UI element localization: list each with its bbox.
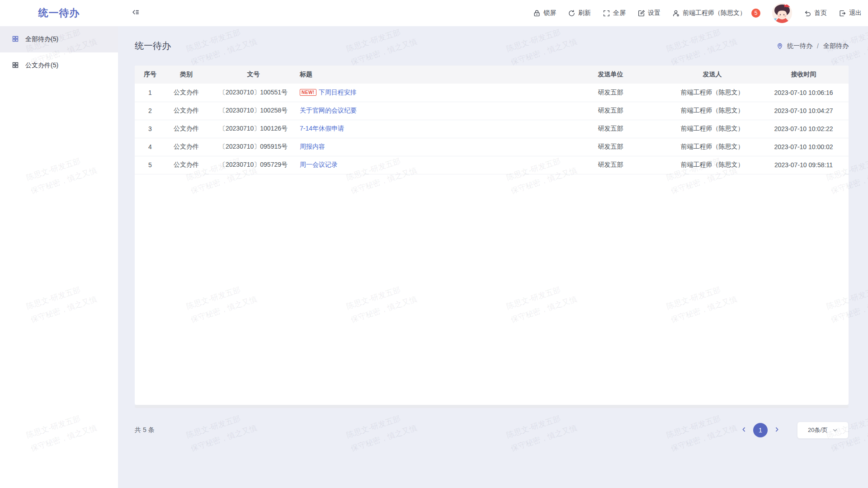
todo-table: 序号 类别 文号 标题 发送单位 发送人 接收时间 1 公文办件 〔202307…: [135, 66, 849, 174]
table-row: 4 公文办件 〔20230710〕095915号 周报内容 研发五部 前端工程师…: [135, 138, 849, 156]
todo-table-card: 序号 类别 文号 标题 发送单位 发送人 接收时间 1 公文办件 〔202307…: [135, 66, 849, 405]
todo-title-link[interactable]: 周一会议记录: [300, 161, 338, 168]
next-page-button[interactable]: [774, 426, 780, 434]
grid-icon: [12, 35, 19, 44]
sidebar: 全部待办(5) 公文办件(5): [0, 26, 118, 488]
cell-unit: 研发五部: [555, 102, 666, 120]
todo-title-link[interactable]: 关于官网的会议纪要: [300, 107, 357, 114]
current-user[interactable]: 前端工程师（陈思文）: [672, 9, 746, 17]
cell-doc-no: 〔20230710〕095729号: [207, 156, 300, 174]
cell-unit: 研发五部: [555, 138, 666, 156]
cell-time: 2023-07-10 10:06:16: [759, 84, 849, 102]
todo-count-badge: 5: [751, 9, 760, 18]
lock-icon: [533, 9, 541, 17]
logout-icon: [839, 9, 846, 17]
col-header-doc-no: 文号: [207, 66, 300, 84]
cell-category: 公文办件: [165, 84, 207, 102]
cell-title: 7-14年休假申请: [300, 120, 555, 138]
cell-index: 5: [135, 156, 165, 174]
page-number-button[interactable]: 1: [753, 423, 768, 437]
breadcrumb: 统一待办 / 全部待办: [776, 42, 849, 50]
cell-time: 2023-07-10 10:00:02: [759, 138, 849, 156]
breadcrumb-separator: /: [817, 42, 819, 50]
chevron-right-icon: [774, 426, 780, 434]
user-avatar[interactable]: [772, 3, 792, 23]
grid-icon: [12, 61, 19, 70]
refresh-button[interactable]: 刷新: [568, 9, 591, 17]
logout-label: 退出: [849, 9, 862, 17]
cell-title: 周一会议记录: [300, 156, 555, 174]
cell-title: 关于官网的会议纪要: [300, 102, 555, 120]
fullscreen-button[interactable]: 全屏: [603, 9, 626, 17]
table-header-row: 序号 类别 文号 标题 发送单位 发送人 接收时间: [135, 66, 849, 84]
cell-title: NEW!下周日程安排: [300, 84, 555, 102]
user-icon: [672, 9, 680, 17]
col-header-sender: 发送人: [666, 66, 759, 84]
refresh-label: 刷新: [578, 9, 591, 17]
location-pin-icon: [776, 42, 783, 50]
cell-index: 4: [135, 138, 165, 156]
lock-screen-button[interactable]: 锁屏: [533, 9, 556, 17]
horizontal-scrollbar-track[interactable]: [135, 405, 849, 408]
cell-unit: 研发五部: [555, 120, 666, 138]
page-size-value: 20条/页: [808, 426, 828, 434]
col-header-unit: 发送单位: [555, 66, 666, 84]
app-logo: 统一待办: [0, 6, 118, 20]
page-title: 统一待办: [135, 40, 171, 52]
todo-title-link[interactable]: 下周日程安排: [319, 89, 357, 96]
table-body: 1 公文办件 〔20230710〕100551号 NEW!下周日程安排 研发五部…: [135, 84, 849, 174]
cell-sender: 前端工程师（陈思文）: [666, 102, 759, 120]
edit-square-icon: [637, 9, 645, 17]
cell-doc-no: 〔20230710〕095915号: [207, 138, 300, 156]
cell-sender: 前端工程师（陈思文）: [666, 84, 759, 102]
app-header: 统一待办 锁屏 刷新: [0, 0, 868, 26]
col-header-index: 序号: [135, 66, 165, 84]
menu-fold-icon: [132, 8, 140, 18]
undo-arrow-icon: [804, 9, 811, 17]
main-content: 统一待办 统一待办 / 全部待办 序号 类别 文号 标题: [118, 26, 868, 488]
table-row: 2 公文办件 〔20230710〕100258号 关于官网的会议纪要 研发五部 …: [135, 102, 849, 120]
todo-title-link[interactable]: 7-14年休假申请: [300, 125, 344, 132]
cell-time: 2023-07-10 10:04:27: [759, 102, 849, 120]
new-badge: NEW!: [300, 89, 316, 96]
total-count: 共 5 条: [135, 426, 155, 434]
cell-doc-no: 〔20230710〕100126号: [207, 120, 300, 138]
cell-title: 周报内容: [300, 138, 555, 156]
sidebar-item-all-todos[interactable]: 全部待办(5): [0, 26, 118, 52]
table-row: 3 公文办件 〔20230710〕100126号 7-14年休假申请 研发五部 …: [135, 120, 849, 138]
sidebar-item-label: 公文办件(5): [25, 61, 58, 70]
breadcrumb-item[interactable]: 全部待办: [823, 42, 849, 50]
cell-sender: 前端工程师（陈思文）: [666, 138, 759, 156]
cell-category: 公文办件: [165, 138, 207, 156]
table-row: 5 公文办件 〔20230710〕095729号 周一会议记录 研发五部 前端工…: [135, 156, 849, 174]
cell-unit: 研发五部: [555, 156, 666, 174]
lock-screen-label: 锁屏: [543, 9, 556, 17]
settings-button[interactable]: 设置: [637, 9, 660, 17]
sidebar-collapse-button[interactable]: [132, 8, 140, 18]
prev-page-button[interactable]: [741, 426, 747, 434]
breadcrumb-item[interactable]: 统一待办: [787, 42, 812, 50]
sidebar-item-official-docs[interactable]: 公文办件(5): [0, 52, 118, 79]
todo-title-link[interactable]: 周报内容: [300, 143, 325, 150]
cell-sender: 前端工程师（陈思文）: [666, 156, 759, 174]
cell-doc-no: 〔20230710〕100258号: [207, 102, 300, 120]
fullscreen-label: 全屏: [613, 9, 626, 17]
logout-button[interactable]: 退出: [839, 9, 862, 17]
cell-sender: 前端工程师（陈思文）: [666, 120, 759, 138]
col-header-title: 标题: [300, 66, 555, 84]
refresh-icon: [568, 9, 576, 17]
cell-time: 2023-07-10 10:02:22: [759, 120, 849, 138]
chevron-down-icon: [832, 427, 838, 433]
sidebar-item-label: 全部待办(5): [25, 35, 58, 43]
table-row: 1 公文办件 〔20230710〕100551号 NEW!下周日程安排 研发五部…: [135, 84, 849, 102]
cell-time: 2023-07-10 09:58:11: [759, 156, 849, 174]
user-name: 前端工程师（陈思文）: [683, 9, 746, 17]
cell-unit: 研发五部: [555, 84, 666, 102]
col-header-time: 接收时间: [759, 66, 849, 84]
home-button[interactable]: 首页: [804, 9, 827, 17]
home-label: 首页: [814, 9, 827, 17]
page-size-select[interactable]: 20条/页: [797, 422, 849, 439]
pagination: 1 20条/页: [741, 422, 849, 439]
header-toolbar: 锁屏 刷新 全屏 设置: [533, 3, 862, 23]
cell-index: 3: [135, 120, 165, 138]
